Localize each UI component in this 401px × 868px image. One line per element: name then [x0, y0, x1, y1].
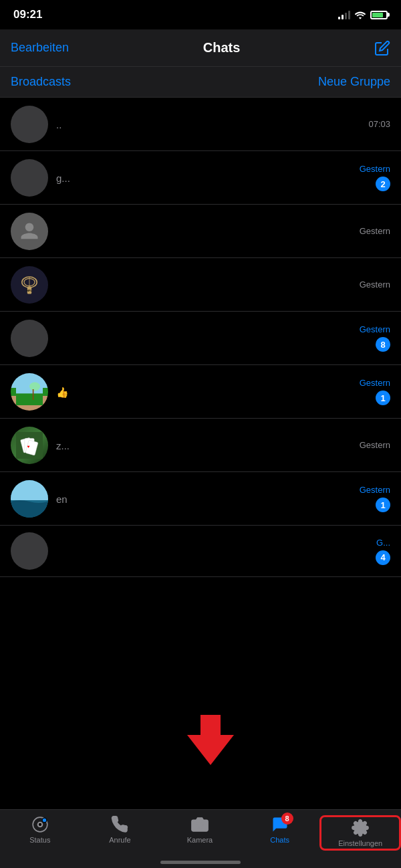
svg-rect-6 [16, 393, 43, 405]
list-item[interactable]: 👍 Gestern 1 [0, 365, 401, 419]
battery-icon [370, 11, 388, 19]
broadcasts-button[interactable]: Broadcasts [11, 75, 71, 89]
avatar [11, 373, 48, 411]
svg-text:NFL: NFL [27, 289, 32, 292]
chat-content [56, 284, 360, 286]
chat-content: z... [56, 439, 360, 451]
sub-header: Broadcasts Neue Gruppe [0, 67, 401, 98]
list-item[interactable]: G... 4 [0, 526, 401, 577]
settings-tab-icon [351, 819, 370, 837]
chat-meta: Gestern 1 [360, 485, 390, 512]
chat-meta: 07:03 [368, 119, 390, 129]
chat-time: Gestern [360, 378, 390, 388]
svg-point-20 [42, 818, 47, 823]
wifi-icon [354, 10, 366, 19]
avatar [11, 480, 48, 518]
chat-content [56, 231, 360, 232]
chat-time: Gestern [360, 164, 390, 174]
status-time: 09:21 [13, 8, 42, 21]
unread-badge: 8 [376, 337, 390, 352]
svg-point-21 [197, 823, 203, 829]
chat-content: .. [56, 118, 368, 130]
chats-badge: 8 [281, 812, 293, 825]
home-indicator [160, 861, 241, 864]
tab-bar: Status Anrufe Kamera 8 Chats [0, 809, 401, 868]
tab-status-label: Status [29, 836, 50, 844]
avatar [11, 106, 48, 143]
avatar [11, 320, 48, 357]
svg-marker-16 [187, 715, 234, 765]
chat-preview: z... [56, 440, 360, 451]
tab-chats[interactable]: 8 Chats [240, 815, 320, 844]
list-item[interactable]: ♥ z... Gestern [0, 419, 401, 472]
avatar: NFL [11, 266, 48, 304]
unread-badge: 2 [376, 177, 390, 191]
chat-meta: Gestern [360, 226, 390, 236]
chat-list: .. 07:03 g... Gestern 2 Gestern [0, 98, 401, 577]
chat-meta: G... 4 [376, 538, 390, 565]
chat-time: Gestern [360, 324, 390, 334]
new-group-button[interactable]: Neue Gruppe [318, 75, 390, 89]
edit-button[interactable]: Bearbeiten [11, 41, 69, 55]
unread-badge: 1 [376, 391, 390, 405]
list-item[interactable]: .. 07:03 [0, 98, 401, 151]
avatar [11, 532, 48, 570]
status-icons [338, 10, 388, 19]
chat-meta: Gestern 8 [360, 324, 390, 352]
chat-content: g... [56, 171, 360, 184]
list-item[interactable]: Gestern 8 [0, 312, 401, 365]
avatar [11, 213, 48, 250]
chat-time: Gestern [360, 226, 390, 236]
scroll-arrow-indicator [180, 708, 241, 771]
chat-preview: 👍 [56, 387, 360, 399]
chat-meta: Gestern 1 [360, 378, 390, 405]
svg-point-19 [39, 823, 41, 826]
tab-chats-label: Chats [270, 836, 289, 844]
nav-bar: Bearbeiten Chats [0, 29, 401, 67]
compose-button[interactable] [374, 40, 390, 56]
chat-meta: Gestern [360, 280, 390, 290]
tab-einstellungen-label: Einstellungen [338, 839, 382, 847]
status-tab-icon [31, 815, 49, 834]
status-bar: 09:21 [0, 0, 401, 29]
chat-content: en [56, 492, 360, 505]
svg-text:♥: ♥ [27, 444, 30, 449]
chat-time: Gestern [360, 280, 390, 290]
chat-preview: .. [56, 119, 368, 130]
list-item[interactable]: NFL Gestern [0, 258, 401, 312]
chat-tab-icon: 8 [271, 815, 289, 834]
tab-anrufe-label: Anrufe [109, 836, 130, 844]
tab-anrufe[interactable]: Anrufe [80, 815, 160, 844]
tab-einstellungen[interactable]: Einstellungen [319, 815, 401, 851]
chat-time: G... [376, 538, 390, 548]
avatar: ♥ [11, 427, 48, 464]
chat-meta: Gestern [360, 440, 390, 450]
list-item[interactable]: en Gestern 1 [0, 472, 401, 526]
signal-icon [338, 10, 350, 19]
tab-kamera-label: Kamera [187, 836, 213, 844]
chat-preview: en [56, 494, 360, 505]
chat-meta: Gestern 2 [360, 164, 390, 191]
chat-preview: g... [56, 173, 360, 184]
camera-tab-icon [190, 815, 209, 834]
list-item[interactable]: Gestern [0, 205, 401, 258]
svg-rect-14 [11, 480, 48, 500]
unread-badge: 1 [376, 498, 390, 512]
chat-content [56, 338, 360, 339]
tab-status[interactable]: Status [0, 815, 80, 844]
tab-kamera[interactable]: Kamera [160, 815, 240, 844]
avatar [11, 159, 48, 197]
chat-time: 07:03 [368, 119, 390, 129]
chat-time: Gestern [360, 440, 390, 450]
unread-badge: 4 [376, 550, 390, 565]
phone-tab-icon [110, 815, 129, 834]
list-item[interactable]: g... Gestern 2 [0, 151, 401, 205]
chat-content: 👍 [56, 385, 360, 399]
chat-time: Gestern [360, 485, 390, 495]
page-title: Chats [203, 40, 241, 56]
svg-point-7 [29, 382, 40, 391]
